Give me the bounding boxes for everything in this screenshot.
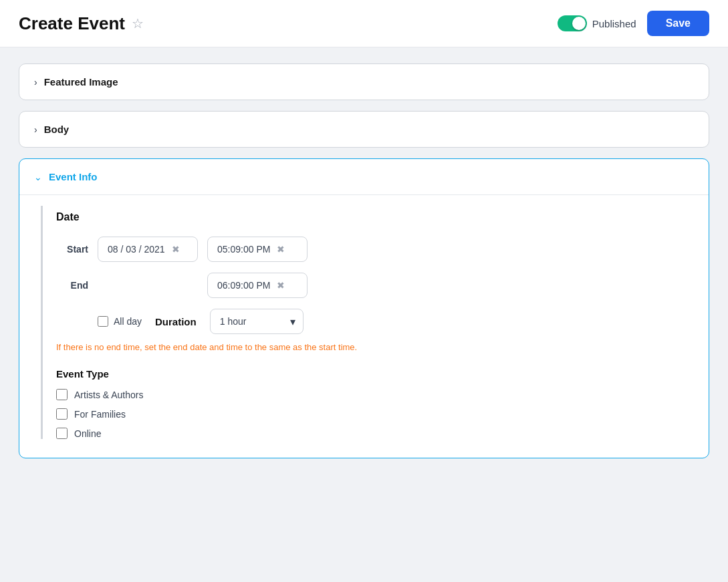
- end-time-value: 06:09:00 PM: [217, 280, 270, 291]
- for-families-label[interactable]: For Families: [74, 409, 126, 420]
- toggle-thumb: [572, 17, 586, 30]
- event-info-title: Event Info: [49, 171, 98, 182]
- main-content: › Featured Image › Body ⌄ Event Info Dat…: [0, 47, 728, 474]
- duration-select[interactable]: 30 minutes 1 hour 1.5 hours 2 hours 3 ho…: [210, 309, 304, 334]
- artists-authors-label[interactable]: Artists & Authors: [74, 390, 143, 400]
- online-checkbox[interactable]: [56, 428, 68, 439]
- event-info-content: Date Start 08 / 03 / 2021 ✖ 05:09:00 PM …: [41, 206, 690, 439]
- save-button[interactable]: Save: [647, 11, 709, 36]
- event-type-online[interactable]: Online: [56, 428, 690, 439]
- end-time-input[interactable]: 06:09:00 PM ✖: [207, 273, 308, 298]
- date-label: Date: [56, 206, 690, 223]
- start-time-input[interactable]: 05:09:00 PM ✖: [207, 237, 308, 262]
- body-header[interactable]: › Body: [19, 112, 709, 147]
- end-label: End: [56, 280, 88, 291]
- header-left: Create Event ☆: [19, 13, 144, 34]
- allday-checkbox[interactable]: [98, 316, 108, 327]
- start-row: Start 08 / 03 / 2021 ✖ 05:09:00 PM ✖: [56, 237, 690, 262]
- event-info-body: Date Start 08 / 03 / 2021 ✖ 05:09:00 PM …: [19, 194, 709, 458]
- allday-duration-row: All day Duration 30 minutes 1 hour 1.5 h…: [56, 309, 690, 334]
- duration-select-wrapper[interactable]: 30 minutes 1 hour 1.5 hours 2 hours 3 ho…: [210, 309, 304, 334]
- end-time-clear-icon[interactable]: ✖: [277, 280, 285, 291]
- event-info-section: ⌄ Event Info Date Start 08 / 03 / 2021 ✖…: [19, 158, 709, 458]
- star-icon[interactable]: ☆: [132, 15, 144, 31]
- page-header: Create Event ☆ Published Save: [0, 0, 728, 47]
- event-type-label: Event Type: [56, 368, 690, 380]
- for-families-checkbox[interactable]: [56, 408, 68, 420]
- event-type-for-families[interactable]: For Families: [56, 408, 690, 420]
- end-row: End 06:09:00 PM ✖: [56, 273, 690, 298]
- start-time-value: 05:09:00 PM: [217, 244, 270, 255]
- allday-checkbox-wrapper[interactable]: All day: [98, 316, 142, 327]
- toggle-track: [558, 15, 587, 31]
- start-label: Start: [56, 244, 88, 255]
- body-chevron: ›: [34, 124, 37, 135]
- event-type-artists-authors[interactable]: Artists & Authors: [56, 389, 690, 400]
- allday-label[interactable]: All day: [114, 316, 142, 327]
- event-info-header[interactable]: ⌄ Event Info: [19, 159, 709, 194]
- published-label: Published: [592, 18, 636, 29]
- featured-image-chevron: ›: [34, 77, 37, 88]
- start-date-value: 08 / 03 / 2021: [108, 244, 165, 255]
- event-type-list: Artists & Authors For Families Online: [56, 389, 690, 439]
- featured-image-section: › Featured Image: [19, 63, 709, 100]
- featured-image-title: Featured Image: [44, 76, 118, 88]
- artists-authors-checkbox[interactable]: [56, 389, 68, 400]
- online-label[interactable]: Online: [74, 428, 101, 439]
- event-info-chevron: ⌄: [34, 172, 42, 182]
- published-toggle-wrapper[interactable]: Published: [558, 15, 636, 31]
- duration-label: Duration: [155, 316, 197, 327]
- start-time-clear-icon[interactable]: ✖: [277, 244, 285, 255]
- header-right: Published Save: [558, 11, 709, 36]
- page-title: Create Event: [19, 13, 125, 34]
- start-date-clear-icon[interactable]: ✖: [172, 244, 180, 255]
- body-section: › Body: [19, 111, 709, 148]
- hint-text: If there is no end time, set the end dat…: [56, 342, 690, 352]
- published-toggle[interactable]: [558, 15, 587, 31]
- start-date-input[interactable]: 08 / 03 / 2021 ✖: [98, 237, 198, 262]
- featured-image-header[interactable]: › Featured Image: [19, 64, 709, 100]
- body-title: Body: [44, 124, 70, 135]
